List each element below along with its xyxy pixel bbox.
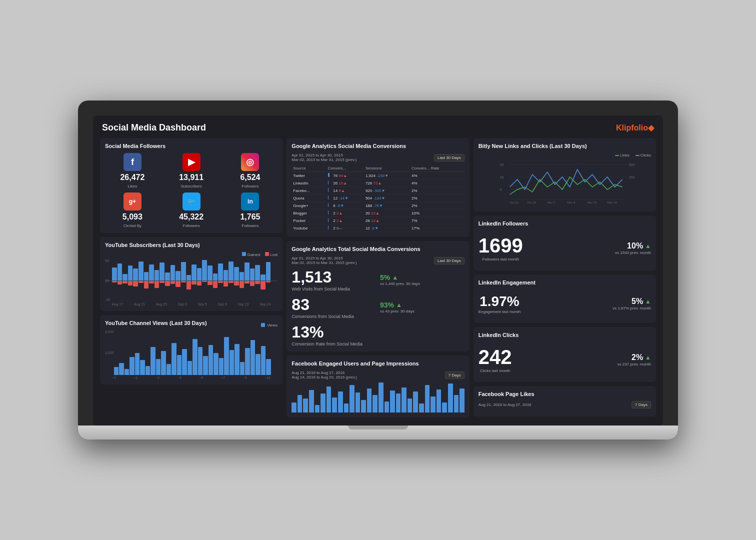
gained-legend-dot bbox=[242, 252, 246, 256]
ga-conv-dropdown[interactable]: Last 30 Days bbox=[434, 154, 464, 162]
twitter-label: Followers bbox=[183, 224, 200, 228]
linkedin-engagement-widget: LinkedIn Engagement 1.97% Engagement las… bbox=[474, 274, 656, 323]
youtube-follower: ▶ 13,911 Subscribers bbox=[164, 153, 219, 188]
ga-total-dropdown[interactable]: Last 30 Days bbox=[434, 257, 464, 264]
linkedin-engagement-rate: 1.97% bbox=[478, 294, 521, 310]
yt-sub-neg-bar bbox=[260, 280, 266, 290]
fb-engaged-bar bbox=[430, 396, 436, 412]
dashboard: Social Media Dashboard Klipfolio◆ Social… bbox=[93, 116, 663, 426]
fb-engaged-dropdown[interactable]: 7 Days bbox=[445, 372, 464, 379]
ga-table-row: Youtube 2 0— 12 -6▼ 17% bbox=[292, 224, 464, 232]
svg-text:0: 0 bbox=[500, 188, 502, 192]
right-column: Bitly New Links and Clicks (Last 30 Days… bbox=[474, 138, 656, 418]
fb-engaged-bar bbox=[413, 392, 418, 412]
svg-text:300: 300 bbox=[628, 163, 634, 166]
yt-view-bar bbox=[214, 353, 218, 375]
ga-total-date: Apr 01, 2015 to Apr 30, 2015 bbox=[292, 256, 356, 260]
ga-sessions: 504 -134▼ bbox=[364, 194, 410, 202]
yt-sub-pos-bar bbox=[160, 262, 164, 280]
yt-sub-pos-bar bbox=[176, 271, 180, 280]
conversions-label: Conversions from Social Media bbox=[292, 314, 376, 319]
yt-sub-neg-bar bbox=[170, 280, 176, 284]
bitly-links-label: Links bbox=[620, 153, 630, 158]
yt-sub-pos-bar bbox=[218, 264, 223, 280]
yt-sub-neg-bar bbox=[165, 280, 170, 286]
yt-sub-neg-bar bbox=[144, 280, 149, 289]
yt-view-bar bbox=[150, 347, 155, 375]
ga-table-row: Quora 12 -14▼ 504 -134▼ 2% bbox=[292, 194, 464, 202]
ga-conv-date-row: Apr 01, 2015 to Apr 30, 2015 Mar 02, 201… bbox=[292, 153, 464, 162]
svg-text:Nov 15: Nov 15 bbox=[587, 201, 597, 204]
linkedin-followers-arrow: ▲ bbox=[645, 242, 651, 250]
ga-rate: 10% bbox=[410, 210, 464, 217]
yt-views-bars-container bbox=[105, 330, 278, 375]
yt-sub-pos-bar bbox=[244, 262, 250, 280]
yt-view-bar bbox=[256, 354, 260, 375]
yt-sub-neg-bar bbox=[224, 280, 228, 287]
yt-view-bar bbox=[146, 366, 150, 375]
yt-view-bar bbox=[234, 344, 239, 375]
ga-table-row: Pocket 2 2▲ 28 14▲ 7% bbox=[292, 217, 464, 224]
yt-sub-pos-bar bbox=[260, 274, 266, 280]
fb-engaged-bar bbox=[338, 392, 343, 412]
yt-sub-pos-bar bbox=[228, 262, 234, 280]
yt-sub-neg-bar bbox=[240, 280, 244, 288]
yt-view-bar bbox=[166, 364, 171, 375]
conversions-pct: 93% bbox=[380, 301, 394, 309]
ga-rate: 2% bbox=[410, 202, 464, 210]
ga-sessions: 20 10▲ bbox=[364, 210, 410, 217]
web-visits-count: 1,513 bbox=[292, 268, 376, 286]
yt-sub-neg-bar bbox=[186, 280, 192, 290]
facebook-follower: f 26,472 Likes bbox=[105, 153, 160, 188]
ga-total-prev: Mar 02, 2015 to Mar 31, 2015 (prev.) bbox=[292, 260, 356, 265]
linkedin-clicks-title: LinkedIn Clicks bbox=[478, 332, 651, 338]
linkedin-count: 1,765 bbox=[240, 212, 260, 222]
laptop-base bbox=[78, 426, 678, 440]
fb-page-likes-dropdown[interactable]: 7 Days bbox=[632, 401, 651, 408]
linkedin-clicks-arrow: ▲ bbox=[645, 354, 651, 361]
middle-column: Google Analytics Social Media Conversion… bbox=[286, 138, 469, 418]
linkedin-engagement-label: Engagement last month bbox=[478, 310, 521, 314]
ga-total-title: Google Analytics Total Social Media Conv… bbox=[292, 246, 464, 252]
bitly-links-dot bbox=[615, 155, 619, 156]
yt-view-bar bbox=[230, 350, 234, 375]
yt-views-y-top: 4,000 bbox=[105, 330, 114, 334]
fb-engaged-bar bbox=[320, 394, 326, 412]
ga-source: Facebo... bbox=[292, 187, 326, 194]
gplus-icon: g+ bbox=[124, 192, 142, 210]
web-visits-arrow: ▲ bbox=[392, 274, 398, 281]
linkedin-followers-pct: 10% bbox=[627, 242, 643, 250]
web-visits-pct: 5% bbox=[380, 274, 390, 282]
ga-table-row: Google+ 6 -6▼ 188 -76▼ 2% bbox=[292, 202, 464, 210]
ga-table-row: Twitter 76 64▲ 1,924 -158▼ 4% bbox=[292, 172, 464, 180]
yt-view-bar bbox=[208, 345, 213, 375]
gplus-follower: g+ 5,093 Circled By bbox=[105, 192, 160, 228]
fb-engaged-widget: Facebook Engaged Users and Page Impressi… bbox=[286, 356, 469, 418]
yt-subs-title: YouTube Subscribers (Last 30 Days) bbox=[105, 242, 278, 248]
yt-sub-pos-bar bbox=[197, 268, 202, 280]
ga-conv-title: Google Analytics Social Media Conversion… bbox=[292, 143, 464, 149]
ga-rate: 4% bbox=[410, 180, 464, 187]
yt-sub-neg-bar bbox=[122, 280, 128, 284]
conversions-count: 83 bbox=[292, 296, 376, 314]
yt-sub-pos-bar bbox=[213, 274, 218, 280]
yt-subs-x-axis: Aug 17 Aug 21 Aug 25 Sep 0 Sep 5 Sep 9 S… bbox=[105, 302, 278, 306]
yt-sub-neg-bar bbox=[133, 280, 138, 287]
yt-view-bar bbox=[182, 349, 186, 375]
fb-engaged-bar bbox=[454, 395, 459, 412]
ga-table-row: LinkedIn 26 10▲ 728 72▲ 4% bbox=[292, 180, 464, 187]
dashboard-grid: Social Media Followers f 26,472 Likes ▶ … bbox=[100, 138, 656, 418]
yt-sub-neg-bar bbox=[244, 280, 250, 284]
yt-sub-pos-bar bbox=[266, 262, 271, 280]
yt-sub-neg-bar bbox=[154, 280, 160, 288]
yt-sub-pos-bar bbox=[224, 270, 228, 280]
yt-sub-pos-bar bbox=[186, 275, 192, 280]
svg-text:Nov 19: Nov 19 bbox=[607, 201, 617, 204]
fb-engaged-prev: Aug 14, 2016 to Aug 20, 2016 (prev.) bbox=[292, 375, 357, 380]
linkedin-clicks-label: Clicks last month bbox=[478, 368, 512, 373]
ga-total-metrics: 1,513 Web Visits from Social Media 5% ▲ … bbox=[292, 268, 464, 346]
yt-views-y-mid: 2,000 bbox=[105, 351, 114, 354]
yt-views-title: YouTube Channel Views (Last 30 Days) bbox=[105, 320, 207, 326]
ga-table-row: Facebo... 14 6▲ 920 -300▼ 2% bbox=[292, 187, 464, 194]
ga-conv-table: Source Convers... Sessions Convers... Ra… bbox=[292, 165, 464, 232]
